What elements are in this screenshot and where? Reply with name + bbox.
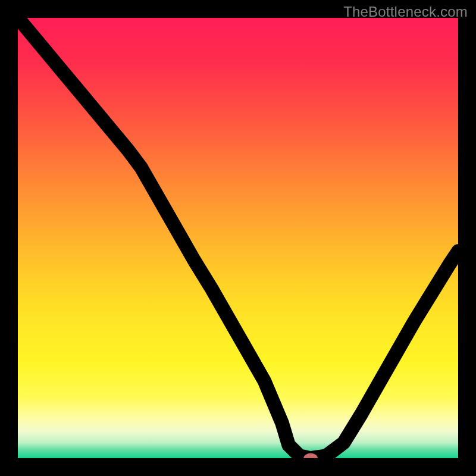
chart-frame: TheBottleneck.com	[0, 0, 476, 476]
bottleneck-chart	[18, 18, 458, 458]
chart-background	[18, 18, 458, 458]
